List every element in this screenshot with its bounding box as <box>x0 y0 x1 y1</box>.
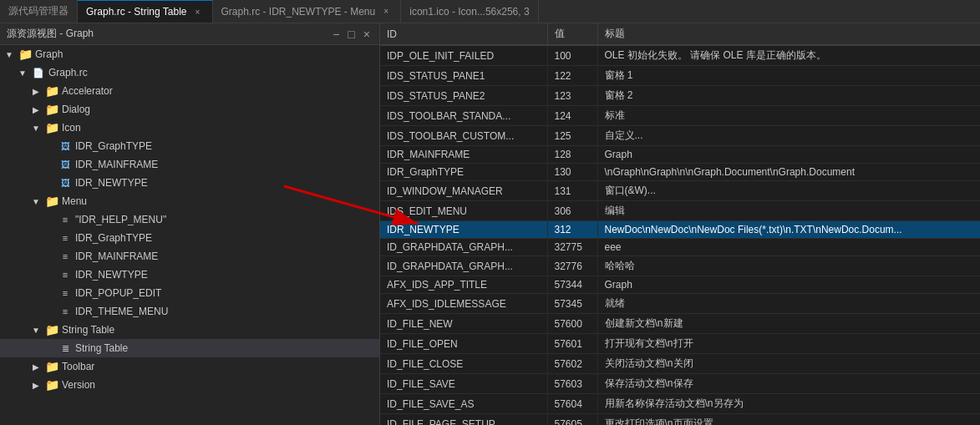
cell-value: 124 <box>547 106 597 126</box>
tab-active[interactable]: Graph.rc - String Table × <box>78 0 213 23</box>
tab-bar: 源代码管理器 Graph.rc - String Table × Graph.r… <box>0 0 980 23</box>
file-icon: 🖼 <box>58 158 72 171</box>
sidebar-close-btn[interactable]: × <box>361 28 373 41</box>
folder-open-icon: 📁 <box>45 323 58 336</box>
tree-item-idr-popup-edit[interactable]: ▶ ≡ IDR_POPUP_EDIT <box>0 284 379 302</box>
table-row[interactable]: AFX_IDS_APP_TITLE57344Graph <box>380 276 980 294</box>
cell-title: Graph <box>597 276 980 294</box>
cell-title: 编辑 <box>597 201 980 221</box>
tree-item-idr-theme-menu[interactable]: ▶ ≡ IDR_THEME_MENU <box>0 302 379 321</box>
tree-item-idr-graphtype-icon[interactable]: ▶ 🖼 IDR_GraphTYPE <box>0 137 379 155</box>
cell-id: ID_FILE_SAVE_AS <box>380 394 547 414</box>
cell-id: IDS_EDIT_MENU <box>380 201 547 221</box>
table-row[interactable]: ID_FILE_NEW57600创建新文档\n新建 <box>380 314 980 334</box>
rc-file-icon: 📄 <box>32 66 45 79</box>
cell-value: 123 <box>547 86 597 106</box>
cell-id: ID_FILE_OPEN <box>380 334 547 354</box>
tab-active-label: Graph.rc - String Table <box>86 6 187 18</box>
cell-value: 57602 <box>547 354 597 374</box>
tree-label-idr-graphtype-icon: IDR_GraphTYPE <box>75 140 152 152</box>
table-row[interactable]: IDS_TOOLBAR_CUSTOM...125自定义... <box>380 126 980 146</box>
cell-id: ID_FILE_CLOSE <box>380 354 547 374</box>
table-row[interactable]: ID_GRAPHDATA_GRAPH...32775eee <box>380 239 980 256</box>
string-table-view[interactable]: ID 值 标题 IDP_OLE_INIT_FAILED100OLE 初始化失败。… <box>380 23 980 425</box>
content-area: ID 值 标题 IDP_OLE_INIT_FAILED100OLE 初始化失败。… <box>380 23 980 425</box>
tree-item-icon[interactable]: ▼ 📁 Icon <box>0 119 379 137</box>
sidebar-maximize-btn[interactable]: □ <box>345 28 357 41</box>
chevron-down-icon: ▼ <box>17 67 28 78</box>
tree-label-graph-root: Graph <box>35 48 63 60</box>
menu-file-icon: ≡ <box>58 213 72 226</box>
column-header-title: 标题 <box>597 23 980 45</box>
tree-item-toolbar[interactable]: ▶ 📁 Toolbar <box>0 357 379 376</box>
chevron-right-icon: ▶ <box>30 104 42 115</box>
tree-item-graph-root[interactable]: ▼ 📁 Graph <box>0 45 379 63</box>
cell-title: 打开现有文档\n打开 <box>597 334 980 354</box>
tab-inactive-1-label: Graph.rc - IDR_NEWTYPE - Menu <box>221 6 376 18</box>
table-row[interactable]: ID_FILE_PAGE_SETUP57605更改打印选项\n页面设置 <box>380 414 980 426</box>
column-header-value: 值 <box>547 23 597 45</box>
tab-active-close[interactable]: × <box>192 6 204 18</box>
cell-id: ID_FILE_NEW <box>380 314 547 334</box>
chevron-down-icon: ▼ <box>3 48 15 60</box>
table-row[interactable]: AFX_IDS_IDLEMESSAGE57345就绪 <box>380 294 980 314</box>
table-row[interactable]: IDR_NEWTYPE312NewDoc\nNewDoc\nNewDoc Fil… <box>380 221 980 239</box>
table-row[interactable]: IDP_OLE_INIT_FAILED100OLE 初始化失败。 请确保 OLE… <box>380 45 980 66</box>
table-row[interactable]: IDS_TOOLBAR_STANDA...124标准 <box>380 106 980 126</box>
cell-value: 130 <box>547 164 597 181</box>
tree-item-version[interactable]: ▶ 📁 Version <box>0 376 379 394</box>
tree-item-menu[interactable]: ▼ 📁 Menu <box>0 192 379 210</box>
table-row[interactable]: ID_FILE_CLOSE57602关闭活动文档\n关闭 <box>380 354 980 374</box>
table-row[interactable]: IDS_STATUS_PANE2123窗格 2 <box>380 86 980 106</box>
table-row[interactable]: ID_FILE_SAVE57603保存活动文档\n保存 <box>380 374 980 394</box>
tree-item-idr-mainframe-icon[interactable]: ▶ 🖼 IDR_MAINFRAME <box>0 155 379 174</box>
tree-label-graph-rc: Graph.rc <box>48 67 88 78</box>
sidebar-content: ▼ 📁 Graph ▼ 📄 Graph.rc ▶ 📁 Accelerator <box>0 45 379 425</box>
cell-title: 用新名称保存活动文档\n另存为 <box>597 394 980 414</box>
tree-item-idr-newtype-icon[interactable]: ▶ 🖼 IDR_NEWTYPE <box>0 174 379 192</box>
chevron-right-icon: ▶ <box>30 379 42 391</box>
cell-id: ID_GRAPHDATA_GRAPH... <box>380 256 547 276</box>
table-row[interactable]: IDR_MAINFRAME128Graph <box>380 146 980 164</box>
tree-label-idr-mainframe-icon: IDR_MAINFRAME <box>75 159 158 170</box>
tab-inactive-1[interactable]: Graph.rc - IDR_NEWTYPE - Menu × <box>213 0 402 23</box>
cell-title: \nGraph\nGraph\n\nGraph.Document\nGraph.… <box>597 164 980 181</box>
table-row[interactable]: ID_FILE_SAVE_AS57604用新名称保存活动文档\n另存为 <box>380 394 980 414</box>
table-row[interactable]: ID_FILE_OPEN57601打开现有文档\n打开 <box>380 334 980 354</box>
table-row[interactable]: ID_GRAPHDATA_GRAPH...32776哈哈哈 <box>380 256 980 276</box>
tree-item-idr-graphtype-menu[interactable]: ▶ ≡ IDR_GraphTYPE <box>0 229 379 247</box>
chevron-right-icon: ▶ <box>30 85 42 97</box>
tree-item-idr-help-menu[interactable]: ▶ ≡ "IDR_HELP_MENU" <box>0 210 379 229</box>
table-body: IDP_OLE_INIT_FAILED100OLE 初始化失败。 请确保 OLE… <box>380 45 980 425</box>
table-row[interactable]: IDR_GraphTYPE130\nGraph\nGraph\n\nGraph.… <box>380 164 980 181</box>
tree-label-idr-graphtype-menu: IDR_GraphTYPE <box>75 232 152 244</box>
tree-item-string-table[interactable]: ▶ ≣ String Table <box>0 339 379 357</box>
tree-item-dialog[interactable]: ▶ 📁 Dialog <box>0 100 379 119</box>
tree-item-accelerator[interactable]: ▶ 📁 Accelerator <box>0 82 379 100</box>
menu-file-icon: ≡ <box>58 286 72 300</box>
table-header-row: ID 值 标题 <box>380 23 980 45</box>
menu-file-icon: ≡ <box>58 305 72 318</box>
table-row[interactable]: IDS_STATUS_PANE1122窗格 1 <box>380 66 980 86</box>
file-icon: 🖼 <box>58 176 72 190</box>
table-row[interactable]: IDS_EDIT_MENU306编辑 <box>380 201 980 221</box>
cell-id: IDR_GraphTYPE <box>380 164 547 181</box>
folder-open-icon: 📁 <box>45 121 58 134</box>
table-row[interactable]: ID_WINDOW_MANAGER131窗口(&W)... <box>380 181 980 201</box>
string-table-data: ID 值 标题 IDP_OLE_INIT_FAILED100OLE 初始化失败。… <box>380 23 980 425</box>
cell-id: IDS_TOOLBAR_STANDA... <box>380 106 547 126</box>
folder-open-icon: 📁 <box>45 195 58 208</box>
tree-item-idr-newtype-menu[interactable]: ▶ ≡ IDR_NEWTYPE <box>0 266 379 284</box>
tree-label-idr-newtype-menu: IDR_NEWTYPE <box>75 269 148 281</box>
tree-item-graph-rc[interactable]: ▼ 📄 Graph.rc <box>0 63 379 82</box>
tab-inactive-1-close[interactable]: × <box>380 6 392 18</box>
chevron-down-icon: ▼ <box>30 195 42 207</box>
tree-item-idr-mainframe-menu[interactable]: ▶ ≡ IDR_MAINFRAME <box>0 247 379 266</box>
sidebar-pin-btn[interactable]: − <box>330 28 342 41</box>
tree-item-string-table-folder[interactable]: ▼ 📁 String Table <box>0 321 379 339</box>
cell-id: AFX_IDS_IDLEMESSAGE <box>380 294 547 314</box>
tab-inactive-2-label: icon1.ico - Icon...56x256, 3 <box>409 6 529 18</box>
cell-value: 128 <box>547 146 597 164</box>
cell-value: 100 <box>547 45 597 66</box>
cell-id: IDS_STATUS_PANE2 <box>380 86 547 106</box>
